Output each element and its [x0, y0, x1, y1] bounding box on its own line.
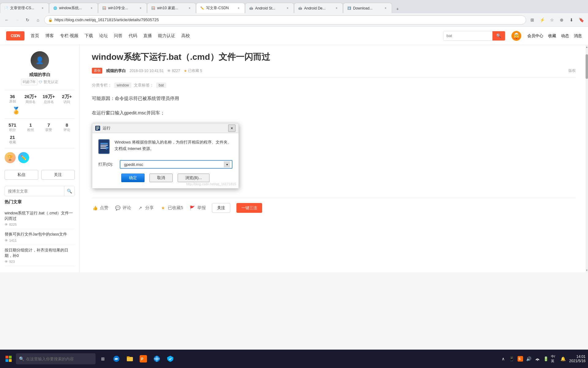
- nav-dynamic[interactable]: 动态: [561, 33, 569, 39]
- dialog-cancel-button[interactable]: 取消: [149, 174, 173, 182]
- collect-action[interactable]: ★ 已收藏5: [160, 205, 183, 211]
- triple-button[interactable]: 一键三连: [236, 203, 262, 213]
- user-avatar[interactable]: 🧝: [511, 31, 521, 41]
- grid-icon[interactable]: ⊞: [528, 16, 537, 24]
- tab-8-close[interactable]: ×: [383, 6, 388, 11]
- scroll-up-arrow[interactable]: ▲: [586, 45, 588, 49]
- dialog-close-button[interactable]: ×: [228, 125, 236, 132]
- nav-column[interactable]: 专栏·视频: [60, 33, 78, 39]
- tab-5-active[interactable]: ✏️ 写文章-CSDN ×: [196, 3, 245, 13]
- collection-icon[interactable]: ⊕: [557, 16, 566, 24]
- tab-4-close[interactable]: ×: [187, 6, 192, 11]
- author-search-box[interactable]: 🔍: [5, 186, 75, 196]
- dialog-input-label: 打开(O):: [98, 162, 117, 167]
- file-explorer-icon[interactable]: [124, 353, 136, 365]
- dialog-input-box[interactable]: gpedit.msc ▾: [120, 160, 232, 169]
- tab-2-close[interactable]: ×: [89, 6, 94, 11]
- scrollbar-thumb[interactable]: [586, 54, 588, 79]
- nav-collect[interactable]: 收藏: [548, 33, 556, 39]
- tab-6-close[interactable]: ×: [285, 6, 290, 11]
- category-tag[interactable]: window: [114, 82, 131, 88]
- tab-6[interactable]: 🤖 Android St... ×: [245, 3, 294, 13]
- edge-icon[interactable]: [110, 353, 123, 365]
- antivirus-icon[interactable]: [164, 353, 176, 365]
- task-view-icon[interactable]: ⊞: [97, 353, 109, 365]
- stat-total-rank-label: 总排名: [44, 100, 54, 104]
- tab-3-close[interactable]: ×: [138, 6, 143, 11]
- browser-taskbar-icon[interactable]: [151, 353, 163, 365]
- follow-button[interactable]: 关注: [212, 203, 230, 213]
- language-icon[interactable]: 中/英: [551, 355, 558, 362]
- bookmark-icon[interactable]: 🔖: [577, 16, 586, 24]
- nav-cert[interactable]: 能力认证: [158, 33, 175, 39]
- member-center[interactable]: 会员中心: [527, 33, 543, 39]
- like-action[interactable]: 👍 点赞: [92, 205, 108, 211]
- tab-1-close[interactable]: ×: [40, 6, 45, 11]
- tab-4[interactable]: 🪟 win10 家庭... ×: [147, 3, 196, 13]
- forward-button[interactable]: →: [13, 16, 21, 24]
- nav-home[interactable]: 首页: [31, 33, 39, 39]
- dialog-browse-button[interactable]: 浏览(B)...: [178, 174, 209, 182]
- tab-2[interactable]: 🌐 window系统... ×: [49, 3, 98, 13]
- new-tab-button[interactable]: +: [393, 5, 402, 13]
- clock-date: 2021/5/16: [569, 359, 586, 363]
- follow-author-button[interactable]: 关注: [41, 170, 75, 180]
- picpick-icon[interactable]: P: [137, 353, 149, 365]
- home-button[interactable]: ⌂: [34, 16, 42, 24]
- svg-point-24: [537, 360, 538, 361]
- tab-1[interactable]: 📄 文章管理-CS... ×: [0, 3, 49, 13]
- taskbar-app-icon-2[interactable]: S: [517, 355, 524, 362]
- hot-article-3-title[interactable]: 按日期分组统计，补齐没有结果的日期，补0: [5, 247, 75, 259]
- share-action[interactable]: ↗ 分享: [137, 205, 154, 211]
- csdn-search-input[interactable]: [443, 31, 492, 40]
- tab-7[interactable]: 🤖 Android De... ×: [294, 3, 343, 13]
- hot-article-1-title[interactable]: window系统下运行.bat（.cmd）文件一闪而过: [5, 210, 75, 221]
- download-icon[interactable]: ⬇: [567, 16, 576, 24]
- taskbar-app-icon-1[interactable]: 📱: [508, 355, 515, 362]
- nav-qa[interactable]: 问答: [114, 33, 123, 39]
- nav-message[interactable]: 消息: [574, 33, 582, 39]
- chevron-up-icon[interactable]: ∧: [499, 355, 507, 362]
- report-action[interactable]: 🚩 举报: [189, 205, 206, 211]
- stat-extra: 🏅: [5, 107, 20, 115]
- author-search-button[interactable]: 🔍: [64, 186, 74, 196]
- nav-forum[interactable]: 论坛: [99, 33, 108, 39]
- csdn-logo[interactable]: CSDN: [6, 31, 24, 40]
- nav-code[interactable]: 代码: [129, 33, 137, 39]
- private-message-button[interactable]: 私信: [5, 170, 38, 180]
- article-tag[interactable]: bat: [156, 82, 166, 88]
- tab-7-close[interactable]: ×: [334, 6, 339, 11]
- tab-5-close[interactable]: ×: [236, 6, 241, 11]
- dialog-dropdown-button[interactable]: ▾: [224, 161, 230, 167]
- network-icon[interactable]: [534, 355, 541, 362]
- sound-icon[interactable]: 🔊: [525, 355, 533, 362]
- scrollbar[interactable]: ▲ ▼: [586, 45, 588, 272]
- nav-live[interactable]: 直播: [143, 33, 152, 39]
- address-box[interactable]: 🔒 https://blog.csdn.net/qq_16171815/arti…: [44, 15, 526, 25]
- star-icon[interactable]: ☆: [548, 16, 556, 24]
- nav-blog[interactable]: 博客: [45, 33, 54, 39]
- nav-download[interactable]: 下载: [85, 33, 93, 39]
- hot-article-2-title[interactable]: 替换可执行文件Jar包中的class文件: [5, 232, 75, 237]
- hot-article-2: 替换可执行文件Jar包中的class文件 👁 1411: [5, 229, 75, 245]
- taskbar-time[interactable]: 14:01 2021/5/16: [569, 355, 586, 363]
- start-button[interactable]: [2, 353, 15, 365]
- reload-button[interactable]: ↻: [23, 16, 32, 24]
- scroll-down-arrow[interactable]: ▼: [586, 269, 588, 272]
- tab-3[interactable]: 🪟 win10专业... ×: [98, 3, 147, 13]
- back-button[interactable]: ←: [2, 16, 11, 24]
- dialog-ok-button[interactable]: 确定: [121, 174, 145, 182]
- taskbar-search-box[interactable]: 🔍: [16, 353, 96, 364]
- comment-action[interactable]: 💬 评论: [115, 205, 131, 211]
- csdn-search[interactable]: 🔍: [443, 31, 505, 41]
- csdn-search-button[interactable]: 🔍: [492, 31, 505, 40]
- tab-8[interactable]: ⬇️ Download... ×: [343, 3, 392, 13]
- taskbar-search-input[interactable]: [26, 357, 92, 361]
- author-search-input[interactable]: [5, 189, 64, 194]
- meta-author[interactable]: 戒烟的李白: [106, 68, 126, 74]
- search-btn-icon: 🔍: [67, 189, 72, 194]
- notification-icon[interactable]: 🔔: [560, 355, 567, 362]
- battery-icon[interactable]: 🔋: [542, 355, 550, 362]
- nav-college[interactable]: 高校: [181, 33, 190, 39]
- lightning-icon[interactable]: ⚡: [538, 16, 546, 24]
